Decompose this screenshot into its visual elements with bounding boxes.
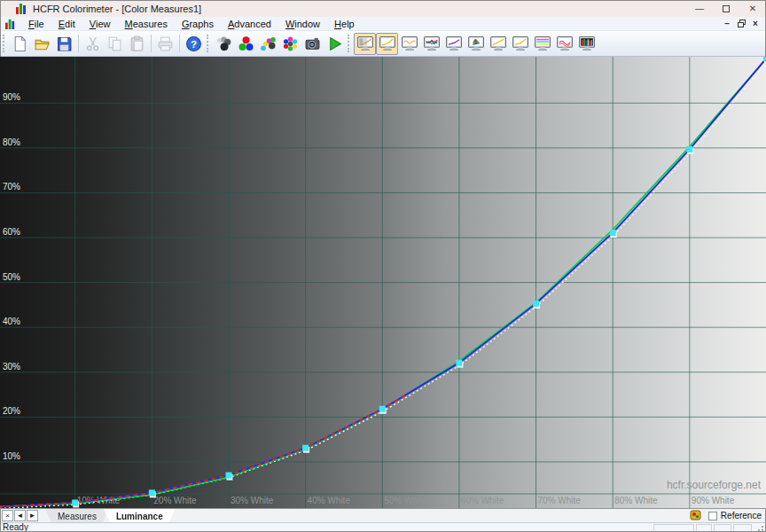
paste-button — [126, 33, 148, 55]
svg-text:40% White: 40% White — [308, 496, 351, 505]
graph-color-temperature-icon — [445, 35, 462, 52]
tab-close-button[interactable]: × — [2, 510, 13, 521]
tab-scroll-right-button[interactable]: ► — [27, 510, 38, 521]
menu-help[interactable]: Help — [327, 19, 362, 29]
toolbar-grip[interactable] — [3, 35, 6, 52]
tab-measures[interactable]: Measures — [45, 509, 109, 522]
graph-rgb-levels-button[interactable] — [420, 33, 442, 55]
colorchecker-measure-icon — [282, 35, 299, 52]
graph-color-temperature-button[interactable] — [442, 33, 465, 55]
window-controls: — ✕ — [686, 0, 766, 17]
graph-color-error-button[interactable] — [553, 33, 575, 55]
svg-text:90% White: 90% White — [692, 496, 735, 505]
copy-icon — [106, 35, 123, 52]
graph-nearblack-icon — [401, 35, 418, 52]
menu-measures[interactable]: Measures — [118, 19, 175, 29]
new-document-button[interactable] — [9, 33, 31, 55]
run-measures-icon — [326, 35, 343, 52]
graph-luminance-button[interactable] — [354, 33, 376, 55]
print-button — [154, 33, 176, 55]
menu-edit[interactable]: Edit — [51, 19, 82, 29]
mdi-restore-button[interactable] — [734, 18, 748, 30]
graph-measures-histogram-button[interactable] — [575, 33, 598, 55]
toolbar-grip[interactable] — [207, 35, 210, 52]
grayscale-measure-button[interactable] — [213, 33, 235, 55]
menu-bar: FileEditViewMeasuresGraphsAdvancedWindow… — [0, 17, 766, 31]
primaries-measure-button[interactable] — [235, 33, 257, 55]
graph-saturation-shift-icon — [534, 35, 551, 52]
svg-text:50%: 50% — [3, 272, 20, 282]
cut-button — [82, 33, 104, 55]
grayscale-measure-icon — [215, 35, 232, 52]
mdi-minimize-button[interactable]: – — [720, 18, 734, 30]
menu-graphs[interactable]: Graphs — [175, 19, 221, 29]
tab-scroll-left-button[interactable]: ◄ — [14, 510, 26, 521]
svg-text:70%: 70% — [3, 182, 20, 192]
open-folder-button[interactable] — [31, 33, 53, 55]
print-icon — [157, 35, 174, 52]
title-bar[interactable]: HCFR Colorimeter - [Color Measures1] — ✕ — [0, 0, 766, 17]
reference-checkbox[interactable] — [708, 512, 717, 520]
saturations-measure-icon — [260, 35, 277, 52]
tab-luminance[interactable]: Luminance — [104, 509, 176, 522]
help-button[interactable]: ? — [183, 33, 205, 55]
svg-text:80% White: 80% White — [614, 496, 658, 505]
help-icon: ? — [185, 35, 202, 52]
close-button[interactable]: ✕ — [739, 0, 766, 17]
run-measures-button[interactable] — [324, 33, 346, 55]
mdi-window-controls: – × — [720, 18, 762, 30]
toolbar-grip[interactable] — [348, 35, 351, 52]
graph-contrast-button[interactable] — [509, 33, 531, 55]
toolbar: ? — [0, 31, 766, 57]
graph-cie-chromaticity-button[interactable] — [465, 33, 487, 55]
graph-luminance-alt-button[interactable] — [487, 33, 509, 55]
svg-text:90%: 90% — [3, 92, 20, 102]
svg-text:40%: 40% — [3, 317, 20, 326]
svg-text:?: ? — [191, 37, 197, 49]
maximize-button[interactable] — [713, 0, 739, 17]
graph-tab-bar: ×◄► MeasuresLuminance Reference — [0, 508, 766, 522]
svg-text:30% White: 30% White — [231, 496, 274, 505]
status-panel — [733, 524, 752, 532]
paste-icon — [129, 35, 145, 52]
svg-text:20% White: 20% White — [153, 496, 197, 505]
svg-text:60% White: 60% White — [461, 496, 504, 505]
resize-grip-icon[interactable] — [755, 523, 764, 532]
app-window: HCFR Colorimeter - [Color Measures1] — ✕… — [0, 0, 766, 532]
menu-view[interactable]: View — [82, 19, 118, 29]
tab-bar-right: Reference — [690, 509, 766, 522]
open-folder-icon — [34, 35, 51, 52]
graph-luminance-alt-icon — [489, 35, 506, 52]
reference-toggle[interactable]: Reference — [708, 511, 762, 520]
toolbar-separator — [179, 35, 180, 52]
graph-gamma-icon — [379, 35, 395, 52]
status-panels — [653, 523, 764, 532]
mdi-close-button[interactable]: × — [748, 18, 762, 30]
svg-text:70% White: 70% White — [538, 496, 582, 505]
reference-label: Reference — [721, 511, 762, 520]
menu-advanced[interactable]: Advanced — [221, 19, 278, 29]
save-button[interactable] — [53, 33, 75, 55]
graph-saturation-shift-button[interactable] — [531, 33, 553, 55]
colorchecker-measure-button[interactable] — [279, 33, 301, 55]
status-panel — [653, 524, 694, 532]
primaries-measure-icon — [238, 35, 254, 52]
sensor-camera-icon — [304, 35, 321, 52]
menu-file[interactable]: File — [21, 19, 51, 29]
window-title: HCFR Colorimeter - [Color Measures1] — [33, 4, 201, 14]
svg-text:50% White: 50% White — [384, 496, 427, 505]
menu-window[interactable]: Window — [278, 19, 327, 29]
sensor-indicator-icon — [690, 510, 701, 522]
graph-nearblack-button[interactable] — [398, 33, 420, 55]
luminance-graph[interactable]: 10%20%30%40%50%60%70%80%90%10% White20% … — [0, 57, 766, 508]
reference-white-dotted-curve — [0, 60, 766, 508]
minimize-button[interactable]: — — [686, 0, 713, 17]
saturations-measure-button[interactable] — [257, 33, 279, 55]
graph-color-error-icon — [556, 35, 573, 52]
luminance-chart-svg: 10%20%30%40%50%60%70%80%90%10% White20% … — [0, 57, 766, 508]
new-document-icon — [12, 35, 28, 52]
graph-gamma-button[interactable] — [376, 33, 398, 55]
svg-text:60%: 60% — [3, 227, 20, 237]
graph-rgb-levels-icon — [423, 35, 440, 52]
sensor-camera-button[interactable] — [301, 33, 324, 55]
